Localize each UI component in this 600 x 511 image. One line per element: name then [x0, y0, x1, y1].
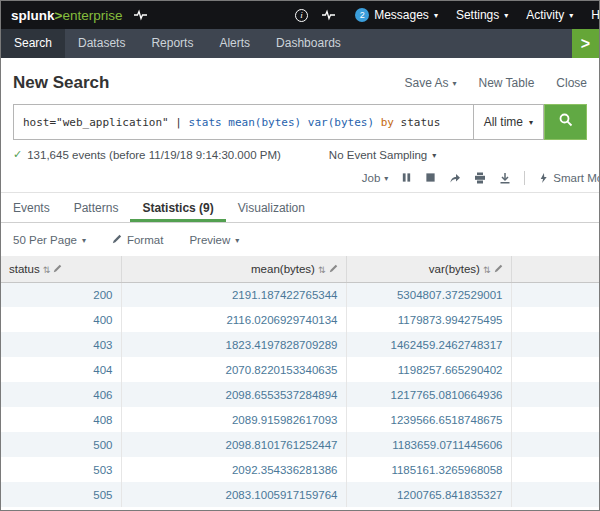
mean-cell[interactable]: 2116.0206929740134: [121, 307, 346, 332]
status-cell[interactable]: 408: [1, 407, 121, 432]
mean-cell[interactable]: 2089.915982617093: [121, 407, 346, 432]
format-button[interactable]: Format: [112, 234, 163, 246]
mean-cell[interactable]: 2083.1005917159764: [121, 482, 346, 507]
table-row: 400 2116.0206929740134 1179873.994275495: [1, 307, 599, 332]
appbar-tab-dashboards[interactable]: Dashboards: [263, 29, 354, 58]
tab-visualization[interactable]: Visualization: [226, 193, 317, 222]
events-count-text: 131,645 events (before 11/19/18 9:14:30.…: [27, 149, 281, 161]
sort-icon[interactable]: ⇅: [318, 265, 326, 275]
per-page-dropdown[interactable]: 50 Per Page ▾: [13, 234, 86, 246]
export-download-icon[interactable]: [499, 172, 511, 184]
filler-cell: [511, 282, 599, 307]
pause-icon[interactable]: [401, 172, 412, 183]
table-row: 503 2092.354336281386 1185161.3265968058: [1, 457, 599, 482]
var-cell[interactable]: 1179873.994275495: [346, 307, 511, 332]
tab-statistics[interactable]: Statistics (9): [130, 193, 225, 222]
close-label: Close: [556, 76, 587, 90]
smart-mode-icon: [538, 172, 549, 184]
status-cell[interactable]: 503: [1, 457, 121, 482]
mean-cell[interactable]: 1823.4197828709289: [121, 332, 346, 357]
filler-cell: [511, 432, 599, 457]
appbar-tab-alerts[interactable]: Alerts: [206, 29, 263, 58]
job-menu[interactable]: Job ▾: [362, 172, 389, 184]
appbar-tab-search[interactable]: Search: [1, 29, 65, 58]
preview-label: Preview: [189, 234, 230, 246]
appbar-tab-reports[interactable]: Reports: [138, 29, 206, 58]
toolbar-divider: [524, 171, 525, 185]
help-menu[interactable]: Help ▾: [591, 8, 600, 22]
tab-patterns[interactable]: Patterns: [62, 193, 131, 222]
status-cell[interactable]: 200: [1, 282, 121, 307]
var-cell[interactable]: 1185161.3265968058: [346, 457, 511, 482]
save-as-button[interactable]: Save As ▾: [404, 76, 456, 90]
save-as-label: Save As: [404, 76, 448, 90]
sort-icon[interactable]: ⇅: [43, 265, 51, 275]
mean-cell[interactable]: 2070.8220153340635: [121, 357, 346, 382]
mean-cell[interactable]: 2098.6553537284894: [121, 382, 346, 407]
column-header-var[interactable]: var(bytes)⇅: [346, 256, 511, 282]
search-input[interactable]: host="web_application" | stats mean(byte…: [13, 104, 473, 140]
status-line: ✓ 131,645 events (before 11/19/18 9:14:3…: [13, 148, 587, 161]
arrow-right-icon: >: [581, 35, 590, 53]
table-row: 406 2098.6553537284894 1217765.081066493…: [1, 382, 599, 407]
pencil-icon[interactable]: [53, 263, 62, 275]
status-cell[interactable]: 403: [1, 332, 121, 357]
column-header-status[interactable]: status⇅: [1, 256, 121, 282]
filler-cell: [511, 332, 599, 357]
pencil-icon[interactable]: [494, 263, 503, 275]
per-page-label: 50 Per Page: [13, 234, 77, 246]
bolt-icon[interactable]: [134, 9, 147, 21]
share-icon[interactable]: [449, 172, 461, 184]
pulse-icon[interactable]: [322, 9, 335, 21]
mean-cell[interactable]: 2092.354336281386: [121, 457, 346, 482]
splunk-logo[interactable]: splunk>enterprise: [11, 8, 122, 23]
status-cell[interactable]: 406: [1, 382, 121, 407]
topbar-menus: 2 Messages ▾ Settings ▾ Activity ▾ Help …: [355, 8, 599, 22]
result-tabs: Events Patterns Statistics (9) Visualiza…: [1, 193, 599, 223]
query-functions-segment: mean(bytes) var(bytes): [228, 116, 374, 129]
table-row: 500 2098.8101761252447 1183659.071144560…: [1, 432, 599, 457]
var-cell[interactable]: 1239566.6518748675: [346, 407, 511, 432]
var-cell[interactable]: 1462459.2462748317: [346, 332, 511, 357]
var-cell[interactable]: 1198257.665290402: [346, 357, 511, 382]
messages-menu[interactable]: 2 Messages ▾: [355, 8, 438, 22]
job-menu-label: Job: [362, 172, 381, 184]
settings-menu[interactable]: Settings ▾: [456, 8, 508, 22]
close-button[interactable]: Close: [556, 76, 587, 90]
new-table-button[interactable]: New Table: [479, 76, 535, 90]
messages-badge: 2: [355, 8, 369, 22]
preview-dropdown[interactable]: Preview ▾: [189, 234, 239, 246]
status-cell[interactable]: 505: [1, 482, 121, 507]
info-icon[interactable]: i: [295, 9, 308, 22]
stop-icon[interactable]: [425, 172, 436, 183]
check-icon: ✓: [13, 148, 22, 161]
event-sampling-dropdown[interactable]: No Event Sampling ▾: [329, 149, 436, 161]
status-cell[interactable]: 500: [1, 432, 121, 457]
open-panel-button[interactable]: >: [572, 29, 599, 58]
mean-cell[interactable]: 2191.187422765344: [121, 282, 346, 307]
var-cell[interactable]: 1217765.0810664936: [346, 382, 511, 407]
status-cell[interactable]: 400: [1, 307, 121, 332]
page-title: New Search: [13, 73, 109, 93]
var-cell[interactable]: 1200765.841835327: [346, 482, 511, 507]
table-row: 403 1823.4197828709289 1462459.246274831…: [1, 332, 599, 357]
var-cell[interactable]: 5304807.372529001: [346, 282, 511, 307]
sort-icon[interactable]: ⇅: [483, 265, 491, 275]
table-row: 200 2191.187422765344 5304807.372529001: [1, 282, 599, 307]
tab-events[interactable]: Events: [13, 193, 62, 222]
print-icon[interactable]: [474, 172, 486, 184]
search-button[interactable]: [544, 104, 587, 140]
top-bar: splunk>enterprise i 2 Messages ▾ Setting…: [1, 1, 599, 29]
app-bar: Search Datasets Reports Alerts Dashboard…: [1, 29, 599, 58]
activity-menu[interactable]: Activity ▾: [526, 8, 573, 22]
filler-cell: [511, 482, 599, 507]
var-cell[interactable]: 1183659.0711445606: [346, 432, 511, 457]
caret-down-icon: ▾: [452, 80, 456, 88]
appbar-tab-datasets[interactable]: Datasets: [65, 29, 138, 58]
mean-cell[interactable]: 2098.8101761252447: [121, 432, 346, 457]
time-range-picker[interactable]: All time ▾: [473, 104, 544, 140]
status-cell[interactable]: 404: [1, 357, 121, 382]
search-mode-selector[interactable]: Smart Mode ▾: [538, 172, 600, 184]
column-header-mean[interactable]: mean(bytes)⇅: [121, 256, 346, 282]
pencil-icon[interactable]: [329, 263, 338, 275]
